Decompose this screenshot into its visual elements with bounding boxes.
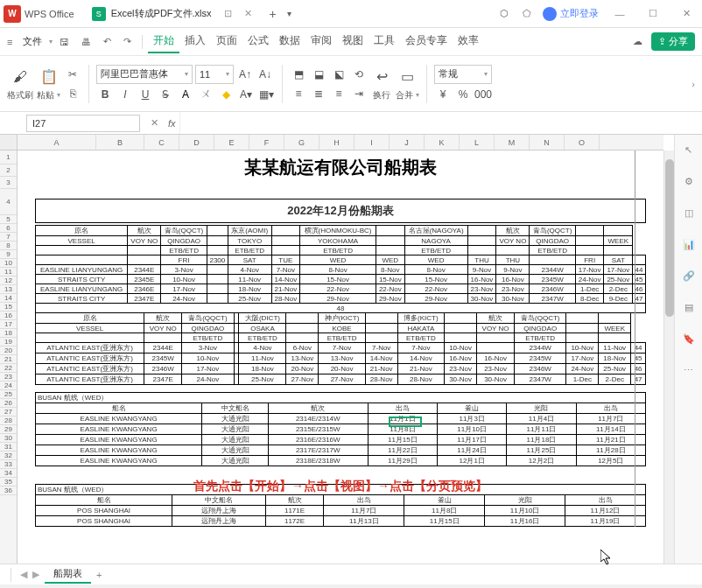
font-color2-icon[interactable]: A▾	[237, 86, 255, 103]
cell[interactable]: 17-Nov	[604, 265, 633, 275]
cell[interactable]: 博多(KICT)	[397, 313, 444, 324]
cell[interactable]: 9-Nov	[496, 265, 530, 275]
sheet-tab[interactable]: 船期表	[45, 565, 91, 584]
cell[interactable]: 16-Nov	[476, 354, 514, 364]
cell[interactable]	[496, 246, 530, 256]
cell[interactable]: ETB/ETD	[397, 333, 444, 343]
cell[interactable]: 14-Nov	[365, 354, 397, 364]
fx-icon[interactable]: fx	[168, 118, 176, 129]
menu-tab-效率[interactable]: 效率	[453, 30, 484, 53]
cell[interactable]: 2-Dec	[604, 284, 633, 294]
cell[interactable]: 15-Nov	[404, 275, 467, 284]
cell[interactable]: 2344E	[144, 343, 182, 354]
row-header[interactable]: 27	[0, 408, 17, 416]
cell[interactable]: 17-Nov	[161, 284, 207, 294]
formula-input[interactable]	[179, 112, 702, 134]
cell[interactable]	[376, 236, 404, 246]
cell[interactable]	[566, 313, 599, 324]
cancel-formula-icon[interactable]: ✕	[144, 117, 165, 129]
menu-tab-会员专享[interactable]: 会员专享	[400, 30, 453, 53]
cell[interactable]: 11月4日	[507, 414, 576, 424]
col-header[interactable]: J	[390, 135, 425, 150]
cell[interactable]: SAT	[228, 256, 271, 265]
cell[interactable]: 29-Nov	[300, 294, 376, 304]
row-header[interactable]: 36	[0, 486, 17, 495]
cell[interactable]: POS SHANGHAI	[36, 516, 172, 527]
print-icon[interactable]: 🖶	[78, 35, 95, 49]
tab-menu-chevron[interactable]: ▾	[287, 9, 291, 18]
cell[interactable]: 航次	[144, 313, 182, 324]
cell[interactable]: 10-Nov	[445, 343, 477, 354]
cell[interactable]: 47	[631, 374, 646, 385]
cell[interactable]: 11月24日	[438, 445, 507, 456]
cell[interactable]: ATLANTIC EAST(亚洲东方)	[36, 374, 144, 385]
cell[interactable]: QINGDAO	[161, 236, 207, 246]
cell[interactable]	[445, 324, 477, 333]
cell[interactable]: EASLINE KWANGYANG	[36, 424, 202, 435]
cell[interactable]: WED	[300, 256, 376, 265]
tab-menu-icon[interactable]: ⊡	[224, 8, 232, 19]
cell[interactable]	[271, 246, 300, 256]
cell[interactable]: QINGDAO	[530, 236, 575, 246]
cell[interactable]: 中文船名	[172, 495, 266, 506]
menu-tab-工具[interactable]: 工具	[369, 30, 400, 53]
col-header[interactable]: B	[96, 135, 144, 150]
grid[interactable]: ABCDEFGHIJKLMNO 某某航运有限公司船期表 2022年12月份船期表…	[18, 135, 663, 564]
orientation-icon[interactable]: ⟲	[350, 66, 368, 83]
cell[interactable]: THU	[496, 256, 530, 265]
name-box[interactable]: I27	[26, 115, 140, 132]
cell[interactable]: ETB/ETD	[300, 246, 376, 256]
cell[interactable]	[476, 333, 514, 343]
row-header[interactable]: 15	[0, 303, 17, 312]
cell[interactable]: 2345W	[515, 354, 566, 364]
cell[interactable]: 24-Nov	[575, 275, 604, 284]
cell[interactable]: 8-Dec	[575, 294, 604, 304]
cell[interactable]: 2344W	[530, 265, 575, 275]
cell[interactable]: VOY NO	[496, 236, 530, 246]
file-chevron-icon[interactable]: ▾	[49, 38, 53, 46]
select-all-corner[interactable]	[0, 135, 17, 150]
fill-color-icon[interactable]: ◆	[217, 86, 235, 103]
cell[interactable]: 1-Dec	[566, 374, 599, 385]
cell[interactable]: ETB/ETD	[182, 333, 234, 343]
cell[interactable]	[604, 246, 633, 256]
col-header[interactable]: I	[355, 135, 390, 150]
cell[interactable]: ETB/ETD	[228, 246, 271, 256]
cloud-icon[interactable]: ⬡	[497, 7, 511, 21]
cell[interactable]: 1-Dec	[575, 284, 604, 294]
cell[interactable]	[271, 226, 300, 236]
settings-icon[interactable]: ⚙	[681, 173, 697, 189]
col-header[interactable]: E	[214, 135, 249, 150]
cursor-tool-icon[interactable]: ↖	[681, 142, 697, 158]
row-header[interactable]: 1	[0, 150, 17, 164]
cell[interactable]: 2316E/2316W	[268, 435, 368, 445]
cell[interactable]	[207, 236, 228, 246]
cell[interactable]	[207, 226, 228, 236]
cell[interactable]: 2315E/2315W	[268, 424, 368, 435]
bookmark-icon[interactable]: 🔖	[681, 331, 697, 346]
cell[interactable]	[207, 275, 228, 284]
format-painter-group[interactable]: 🖌 格式刷	[7, 66, 33, 102]
cell[interactable]: 22-Nov	[300, 284, 376, 294]
cell[interactable]: 2347E	[128, 294, 161, 304]
cell[interactable]: 11月13日	[324, 516, 404, 527]
cell[interactable]: 46	[631, 364, 646, 374]
cell[interactable]: 22-Nov	[376, 284, 404, 294]
cell[interactable]: 14-Nov	[271, 275, 300, 284]
cell[interactable]: 25-Nov	[604, 275, 633, 284]
cell[interactable]: 4-Nov	[239, 343, 286, 354]
cube-icon[interactable]: ⬠	[520, 7, 534, 21]
cell[interactable]: 11月11日	[507, 424, 576, 435]
menu-tab-数据[interactable]: 数据	[274, 30, 305, 53]
cell[interactable]: WED	[404, 256, 467, 265]
row-header[interactable]: 4	[0, 189, 17, 215]
cell[interactable]: 18-Nov	[599, 354, 631, 364]
cell[interactable]: 航次	[128, 226, 161, 236]
align-top-icon[interactable]: ⬒	[290, 66, 307, 83]
menu-tab-视图[interactable]: 视图	[337, 30, 369, 53]
cell[interactable]: 44	[631, 343, 646, 354]
cell[interactable]: 10-Nov	[161, 275, 207, 284]
font-color-icon[interactable]: A	[177, 86, 194, 103]
tab-nav-next-icon[interactable]: ▶	[32, 569, 39, 580]
cell[interactable]: EASLINE KWANGYANG	[36, 435, 202, 445]
